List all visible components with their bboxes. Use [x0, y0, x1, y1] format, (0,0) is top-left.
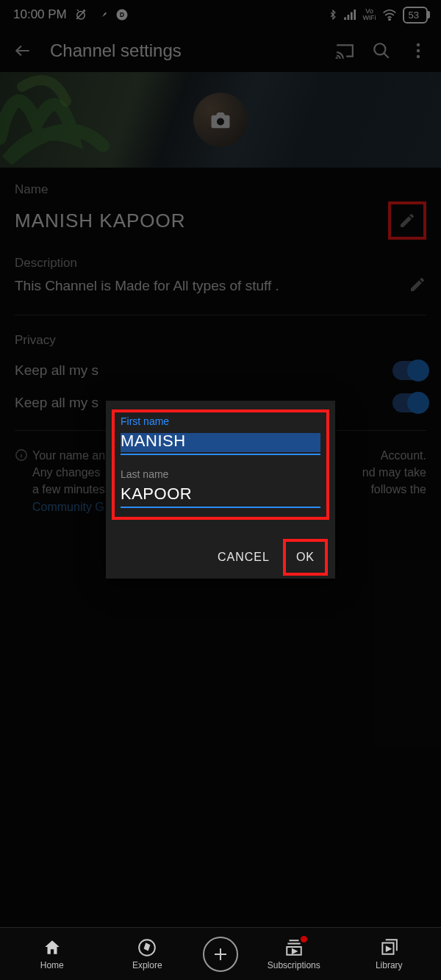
- first-name-field: First name: [121, 415, 320, 455]
- home-icon: [43, 938, 62, 957]
- first-name-label: First name: [121, 415, 320, 427]
- nav-explore[interactable]: Explore: [100, 938, 196, 970]
- nav-label: Library: [376, 960, 403, 970]
- cancel-button[interactable]: CANCEL: [215, 543, 273, 571]
- last-name-field: Last name: [121, 468, 320, 508]
- subscriptions-icon: [284, 938, 304, 957]
- notification-dot: [301, 936, 307, 943]
- first-name-input[interactable]: [121, 430, 320, 455]
- ok-highlight: [283, 539, 328, 576]
- edit-name-dialog: First name Last name CANCEL OK: [106, 401, 335, 579]
- library-icon: [379, 938, 398, 957]
- nav-create[interactable]: [195, 937, 246, 972]
- compass-icon: [137, 938, 157, 957]
- last-name-input[interactable]: [121, 483, 320, 508]
- dialog-actions: CANCEL OK: [118, 527, 323, 571]
- last-name-label: Last name: [121, 468, 320, 480]
- nav-label: Subscriptions: [268, 960, 320, 970]
- bottom-nav: Home Explore Subscriptions Library: [0, 927, 441, 980]
- fields-highlight: First name Last name: [112, 409, 329, 520]
- nav-label: Home: [40, 960, 64, 970]
- plus-icon: [203, 937, 238, 972]
- modal-overlay: First name Last name CANCEL OK: [0, 0, 441, 980]
- nav-label: Explore: [132, 960, 162, 970]
- nav-subscriptions[interactable]: Subscriptions: [246, 938, 342, 970]
- nav-home[interactable]: Home: [4, 938, 100, 970]
- nav-library[interactable]: Library: [342, 938, 437, 970]
